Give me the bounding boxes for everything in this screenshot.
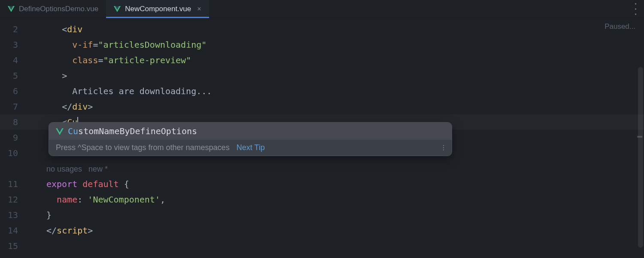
line-number: 15 xyxy=(0,238,26,254)
line-number: 5 xyxy=(0,68,26,83)
status-badge: Paused... xyxy=(605,22,635,31)
line-number: 7 xyxy=(0,99,26,114)
line-number: 6 xyxy=(0,83,26,99)
completion-item[interactable]: CustomNameByDefineOptions xyxy=(49,123,452,140)
line-number: 12 xyxy=(0,192,26,207)
tab-bar: DefineOptionsDemo.vue NewComponent.vue ×… xyxy=(0,0,644,18)
line-number: 14 xyxy=(0,223,26,238)
vue-icon xyxy=(114,6,121,12)
line-number: 8 xyxy=(0,114,26,130)
next-tip-link[interactable]: Next Tip xyxy=(237,143,265,152)
scrollbar[interactable] xyxy=(637,37,643,258)
completion-hint: Press ^Space to view tags from other nam… xyxy=(56,143,230,152)
line-number: 4 xyxy=(0,52,26,68)
kebab-menu-icon[interactable]: ··· xyxy=(635,1,637,16)
line-number: 13 xyxy=(0,207,26,223)
line-number: 11 xyxy=(0,176,26,192)
tab-label: NewComponent.vue xyxy=(125,5,191,13)
line-number: 10 xyxy=(0,145,26,161)
inlay-no-usages[interactable]: no usages xyxy=(46,165,82,173)
vue-icon xyxy=(56,128,63,134)
tab-new-component[interactable]: NewComponent.vue × xyxy=(106,0,209,18)
scroll-mark xyxy=(637,136,642,138)
completion-popup: CustomNameByDefineOptions Press ^Space t… xyxy=(49,122,452,156)
inlay-new[interactable]: new * xyxy=(88,165,108,173)
editor[interactable]: Paused... 2 <div 3 v-if="articlesDownloa… xyxy=(0,18,644,258)
line-number: 2 xyxy=(0,22,26,37)
kebab-menu-icon[interactable]: ··· xyxy=(443,144,445,151)
scrollbar-thumb[interactable] xyxy=(638,67,643,248)
tab-label: DefineOptionsDemo.vue xyxy=(19,5,98,13)
line-number: 3 xyxy=(0,37,26,52)
line-number: 9 xyxy=(0,130,26,145)
tab-define-options[interactable]: DefineOptionsDemo.vue xyxy=(0,0,106,18)
completion-footer: Press ^Space to view tags from other nam… xyxy=(49,140,452,156)
vue-icon xyxy=(8,6,15,12)
completion-label: CustomNameByDefineOptions xyxy=(68,126,197,136)
close-icon[interactable]: × xyxy=(197,5,201,13)
line-number xyxy=(0,161,26,176)
